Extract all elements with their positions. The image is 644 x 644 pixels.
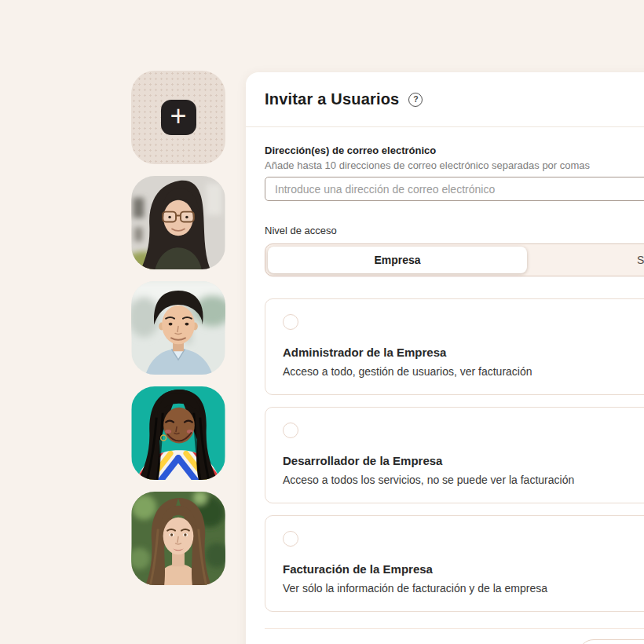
access-level-segmented-control: Empresa Servicio: [265, 243, 644, 276]
avatar-user-3[interactable]: [131, 386, 225, 480]
role-description: Acceso a todo, gestión de usuarios, ver …: [283, 365, 644, 378]
radio-developer[interactable]: [283, 423, 298, 438]
avatar-user-4[interactable]: [131, 492, 225, 585]
role-card-admin[interactable]: Administrador de la Empresa Acceso a tod…: [265, 298, 644, 395]
invite-users-dialog: Invitar a Usuarios ? Dirección(es) de co…: [246, 72, 644, 644]
role-description: Acceso a todos los servicios, no se pued…: [283, 474, 644, 486]
role-title: Facturación de la Empresa: [283, 562, 644, 576]
role-title: Desarrollador de la Empresa: [283, 454, 644, 467]
plus-icon[interactable]: +: [161, 100, 196, 135]
role-title: Administrador de la Empresa: [283, 346, 644, 359]
user-rail: +: [131, 71, 225, 585]
radio-admin[interactable]: [283, 314, 298, 330]
avatar-photo-1: [131, 176, 225, 269]
email-field-helper: Añade hasta 10 direcciones de correo ele…: [265, 159, 644, 172]
segment-servicio[interactable]: Servicio: [527, 247, 644, 273]
segment-empresa-label: Empresa: [374, 254, 420, 266]
dialog-footer: Cancelar: [265, 628, 644, 644]
radio-billing[interactable]: [283, 531, 298, 547]
avatar-photo-2: [131, 281, 225, 375]
avatar-photo-4: [131, 492, 225, 585]
avatar-user-2[interactable]: [131, 281, 225, 375]
role-card-developer[interactable]: Desarrollador de la Empresa Acceso a tod…: [265, 407, 644, 503]
email-input[interactable]: [265, 177, 644, 201]
segment-servicio-label: Servicio: [637, 254, 644, 266]
dialog-body: Dirección(es) de correo electrónico Añad…: [246, 127, 644, 644]
avatar-user-1[interactable]: [131, 176, 225, 269]
dialog-title: Invitar a Usuarios: [265, 90, 399, 108]
add-user-tile[interactable]: +: [131, 71, 225, 164]
dialog-header: Invitar a Usuarios ?: [246, 72, 644, 127]
help-icon[interactable]: ?: [408, 93, 423, 107]
cancel-button[interactable]: Cancelar: [578, 639, 644, 644]
role-description: Ver sólo la información de facturación y…: [283, 582, 644, 595]
segment-empresa[interactable]: Empresa: [268, 247, 527, 273]
email-field-label: Dirección(es) de correo electrónico: [265, 145, 644, 157]
app-background: { "window": { "background_color": "#f8f2…: [0, 0, 644, 644]
plus-glyph: +: [170, 102, 186, 130]
avatar-photo-3: [131, 386, 225, 480]
access-level-label: Nivel de acceso: [265, 225, 644, 237]
role-card-billing[interactable]: Facturación de la Empresa Ver sólo la in…: [265, 515, 644, 612]
